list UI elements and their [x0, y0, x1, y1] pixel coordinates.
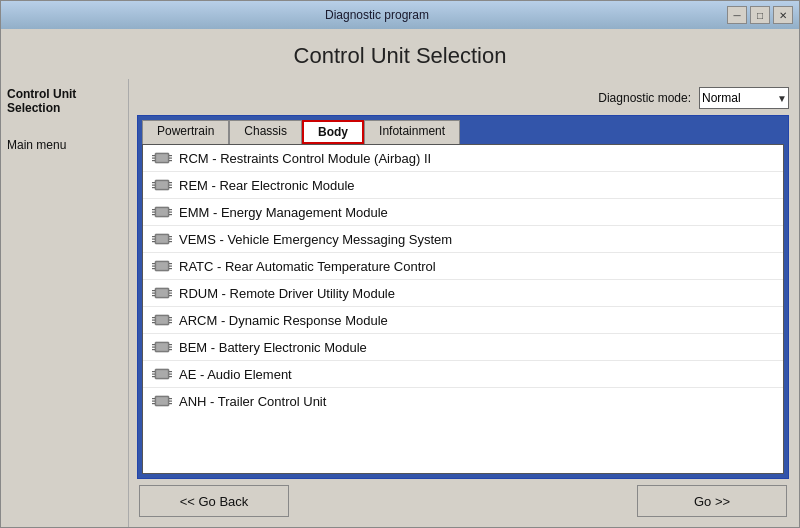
svg-rect-12: [152, 187, 155, 188]
svg-rect-45: [169, 290, 172, 291]
tab-body[interactable]: Body: [302, 120, 364, 144]
svg-rect-9: [156, 181, 168, 189]
module-list[interactable]: RCM - Restraints Control Module (Airbag)…: [142, 144, 784, 474]
module-name: ANH - Trailer Control Unit: [179, 394, 326, 409]
svg-rect-22: [169, 212, 172, 213]
svg-rect-54: [169, 320, 172, 321]
svg-rect-65: [156, 370, 168, 378]
svg-rect-10: [152, 182, 155, 183]
tab-infotainment[interactable]: Infotainment: [364, 120, 460, 144]
svg-rect-2: [152, 155, 155, 156]
module-name: AE - Audio Element: [179, 367, 292, 382]
list-item[interactable]: ANH - Trailer Control Unit: [143, 388, 783, 414]
svg-rect-11: [152, 185, 155, 186]
svg-rect-75: [152, 401, 155, 402]
svg-rect-46: [169, 293, 172, 294]
go-back-button[interactable]: << Go Back: [139, 485, 289, 517]
svg-rect-43: [152, 293, 155, 294]
module-name: EMM - Energy Management Module: [179, 205, 388, 220]
svg-rect-3: [152, 158, 155, 159]
list-item[interactable]: REM - Rear Electronic Module: [143, 172, 783, 199]
svg-rect-52: [152, 322, 155, 323]
module-icon: [151, 312, 173, 328]
list-item[interactable]: RDUM - Remote Driver Utility Module: [143, 280, 783, 307]
svg-rect-39: [169, 268, 172, 269]
svg-rect-67: [152, 374, 155, 375]
svg-rect-49: [156, 316, 168, 324]
list-item[interactable]: AE - Audio Element: [143, 361, 783, 388]
module-icon: [151, 366, 173, 382]
svg-rect-51: [152, 320, 155, 321]
module-icon: [151, 204, 173, 220]
svg-rect-61: [169, 344, 172, 345]
svg-rect-53: [169, 317, 172, 318]
svg-rect-1: [156, 154, 168, 162]
svg-rect-27: [152, 239, 155, 240]
module-name: REM - Rear Electronic Module: [179, 178, 355, 193]
title-bar: Diagnostic program ─ □ ✕: [1, 1, 799, 29]
svg-rect-19: [152, 212, 155, 213]
page-title: Control Unit Selection: [1, 43, 799, 69]
module-icon: [151, 285, 173, 301]
main-area: Control Unit Selection Main menu Diagnos…: [1, 79, 799, 527]
minimize-button[interactable]: ─: [727, 6, 747, 24]
page-header: Control Unit Selection: [1, 29, 799, 79]
svg-rect-28: [152, 241, 155, 242]
svg-rect-44: [152, 295, 155, 296]
module-icon: [151, 150, 173, 166]
svg-rect-37: [169, 263, 172, 264]
window-controls: ─ □ ✕: [727, 6, 793, 24]
close-button[interactable]: ✕: [773, 6, 793, 24]
module-icon: [151, 393, 173, 409]
svg-rect-41: [156, 289, 168, 297]
svg-rect-78: [169, 401, 172, 402]
list-item[interactable]: RCM - Restraints Control Module (Airbag)…: [143, 145, 783, 172]
svg-rect-4: [152, 160, 155, 161]
list-item[interactable]: EMM - Energy Management Module: [143, 199, 783, 226]
sidebar-section-label: Control Unit Selection: [7, 87, 122, 115]
sidebar-main-menu-link[interactable]: Main menu: [7, 138, 122, 152]
svg-rect-50: [152, 317, 155, 318]
svg-rect-20: [152, 214, 155, 215]
list-item[interactable]: RATC - Rear Automatic Temperature Contro…: [143, 253, 783, 280]
list-item[interactable]: BEM - Battery Electronic Module: [143, 334, 783, 361]
tabs-row: Powertrain Chassis Body Infotainment: [142, 120, 784, 144]
svg-rect-76: [152, 403, 155, 404]
svg-rect-60: [152, 349, 155, 350]
svg-rect-25: [156, 235, 168, 243]
svg-rect-66: [152, 371, 155, 372]
tab-powertrain[interactable]: Powertrain: [142, 120, 229, 144]
svg-rect-63: [169, 349, 172, 350]
maximize-button[interactable]: □: [750, 6, 770, 24]
go-button[interactable]: Go >>: [637, 485, 787, 517]
svg-rect-57: [156, 343, 168, 351]
svg-rect-6: [169, 158, 172, 159]
diagnostic-mode-select-wrapper: Normal Extended Programming ▼: [699, 87, 789, 109]
module-icon: [151, 231, 173, 247]
svg-rect-59: [152, 347, 155, 348]
module-name: RATC - Rear Automatic Temperature Contro…: [179, 259, 436, 274]
svg-rect-79: [169, 403, 172, 404]
svg-rect-29: [169, 236, 172, 237]
module-name: VEMS - Vehicle Emergency Messaging Syste…: [179, 232, 452, 247]
svg-rect-26: [152, 236, 155, 237]
module-name: ARCM - Dynamic Response Module: [179, 313, 388, 328]
svg-rect-77: [169, 398, 172, 399]
svg-rect-36: [152, 268, 155, 269]
module-icon: [151, 258, 173, 274]
diagnostic-mode-select[interactable]: Normal Extended Programming: [699, 87, 789, 109]
svg-rect-35: [152, 266, 155, 267]
svg-rect-74: [152, 398, 155, 399]
svg-rect-71: [169, 376, 172, 377]
svg-rect-70: [169, 374, 172, 375]
svg-rect-13: [169, 182, 172, 183]
list-item[interactable]: ARCM - Dynamic Response Module: [143, 307, 783, 334]
svg-rect-7: [169, 160, 172, 161]
list-item[interactable]: VEMS - Vehicle Emergency Messaging Syste…: [143, 226, 783, 253]
main-window: Diagnostic program ─ □ ✕ Control Unit Se…: [0, 0, 800, 528]
svg-rect-34: [152, 263, 155, 264]
svg-rect-17: [156, 208, 168, 216]
module-name: RCM - Restraints Control Module (Airbag)…: [179, 151, 431, 166]
tab-chassis[interactable]: Chassis: [229, 120, 302, 144]
module-icon: [151, 339, 173, 355]
